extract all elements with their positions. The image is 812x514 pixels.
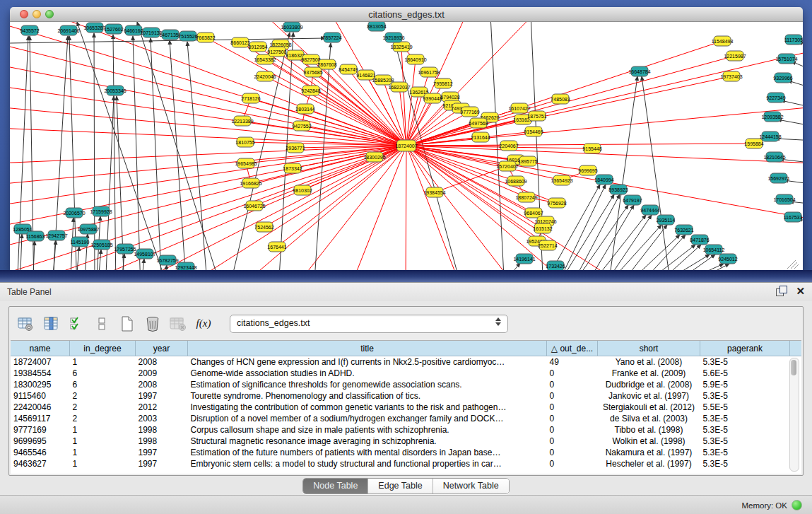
table-row[interactable]: 1938455462009Genome-wide association stu… bbox=[11, 368, 801, 379]
network-node[interactable]: 9435572 bbox=[20, 25, 39, 35]
network-node[interactable]: 1595884 bbox=[744, 139, 763, 148]
network-node[interactable]: 7524562 bbox=[254, 222, 273, 232]
delete-column-icon[interactable] bbox=[169, 315, 187, 333]
network-node[interactable]: 8660123 bbox=[230, 37, 249, 47]
network-node[interactable]: 1810755 bbox=[235, 137, 254, 147]
table-cell[interactable]: Wolkin et al. (1998) bbox=[598, 436, 700, 447]
network-node[interactable]: 17957255 bbox=[114, 244, 136, 254]
network-node[interactable]: 11548498 bbox=[712, 36, 734, 46]
table-cell[interactable]: Disruption of a novel member of a sodium… bbox=[188, 413, 547, 424]
network-node[interactable]: 9390448 bbox=[423, 93, 442, 103]
table-cell[interactable]: Embryonic stem cells: a model to study s… bbox=[188, 458, 547, 469]
table-cell[interactable]: 5.9E-5 bbox=[700, 379, 790, 390]
tab-node-table[interactable]: Node Table bbox=[303, 479, 368, 493]
table-cell[interactable]: 2 bbox=[70, 413, 136, 424]
table-cell[interactable]: 2008 bbox=[136, 356, 188, 368]
network-node[interactable]: 1156863 bbox=[26, 231, 45, 241]
network-node[interactable]: 1615132 bbox=[533, 223, 552, 233]
table-cell[interactable]: 1998 bbox=[136, 424, 188, 436]
network-node[interactable]: 2936771 bbox=[286, 143, 305, 153]
network-node[interactable]: 1676441 bbox=[267, 242, 286, 252]
network-node[interactable]: 18210645 bbox=[763, 152, 785, 162]
tab-network-table[interactable]: Network Table bbox=[433, 479, 509, 493]
network-node[interactable]: 8454749 bbox=[339, 64, 358, 74]
network-node[interactable]: 16033809 bbox=[281, 22, 302, 32]
network-node[interactable]: 10975887 bbox=[77, 224, 99, 234]
table-cell[interactable]: 1997 bbox=[136, 458, 188, 469]
network-node[interactable]: 2935114 bbox=[657, 215, 676, 225]
column-visibility-icon[interactable] bbox=[42, 315, 60, 333]
network-node[interactable]: 7515526 bbox=[178, 31, 197, 41]
network-node[interactable]: 18807249 bbox=[515, 192, 537, 202]
network-node[interactable]: 16822037 bbox=[388, 82, 410, 92]
network-node[interactable]: 9245012 bbox=[718, 254, 737, 264]
table-cell[interactable]: Yano et al. (2008) bbox=[598, 356, 700, 368]
network-node[interactable]: 9756928 bbox=[547, 198, 566, 208]
network-node[interactable]: 9227349 bbox=[766, 93, 785, 103]
column-header-out_de[interactable]: △ out_de... bbox=[547, 341, 598, 356]
network-node[interactable]: 1167533 bbox=[784, 212, 803, 222]
scrollbar-thumb[interactable] bbox=[791, 360, 796, 375]
table-cell[interactable]: 2008 bbox=[136, 379, 188, 390]
select-columns-icon[interactable] bbox=[67, 315, 86, 333]
network-node[interactable]: 8912954 bbox=[248, 42, 267, 52]
column-header-year[interactable]: year bbox=[136, 341, 188, 356]
network-node[interactable]: 9777169 bbox=[460, 107, 479, 117]
table-cell[interactable]: 9115460 bbox=[11, 390, 70, 402]
row-mode-icon[interactable] bbox=[93, 315, 111, 333]
network-view[interactable]: 1872400718300295866012389129541654338222… bbox=[10, 22, 803, 271]
network-node[interactable]: 6479197 bbox=[623, 195, 642, 205]
network-node[interactable]: 1875751 bbox=[527, 111, 546, 121]
network-node[interactable]: 10654112 bbox=[703, 245, 725, 255]
delete-table-icon[interactable] bbox=[143, 315, 162, 333]
table-cell[interactable]: 14569117 bbox=[11, 413, 70, 424]
table-cell[interactable]: 1 bbox=[70, 458, 136, 469]
column-header-title[interactable]: title bbox=[188, 341, 547, 356]
table-cell[interactable]: 9777169 bbox=[11, 424, 70, 436]
table-row[interactable]: 2242004622012Investigating the contribut… bbox=[11, 402, 801, 413]
table-cell[interactable]: 2009 bbox=[136, 368, 188, 379]
table-cell[interactable]: Nakamura et al. (1997) bbox=[598, 447, 700, 458]
network-node[interactable]: 9375685 bbox=[303, 67, 322, 77]
memory-status-indicator[interactable] bbox=[792, 500, 802, 510]
table-cell[interactable]: 5.3E-5 bbox=[700, 424, 790, 436]
network-node[interactable]: 1895775 bbox=[518, 156, 537, 166]
network-node[interactable]: 1840994 bbox=[594, 175, 613, 185]
table-cell[interactable]: 5.5E-5 bbox=[700, 402, 790, 413]
network-node[interactable]: 9699695 bbox=[578, 165, 597, 175]
network-node[interactable]: 18325419 bbox=[390, 42, 412, 52]
table-cell[interactable]: 2003 bbox=[136, 413, 188, 424]
network-node[interactable]: 9810302 bbox=[293, 185, 312, 195]
close-panel-icon[interactable]: ✕ bbox=[796, 286, 805, 296]
table-cell[interactable]: 9465546 bbox=[11, 447, 70, 458]
table-cell[interactable]: Tibbo et al. (1998) bbox=[598, 424, 700, 436]
network-node[interactable]: 9427552 bbox=[292, 121, 311, 131]
network-window-titlebar[interactable]: citations_edges.txt bbox=[10, 7, 803, 22]
column-header-short[interactable]: short bbox=[598, 341, 700, 356]
network-node[interactable]: 18640910 bbox=[404, 54, 426, 64]
network-node[interactable]: 2718126 bbox=[241, 93, 260, 103]
table-row[interactable]: 911546021997Tourette syndrome. Phenomeno… bbox=[11, 390, 801, 402]
table-source-select[interactable]: citations_edges.txt bbox=[230, 315, 508, 333]
table-cell[interactable]: 18724007 bbox=[11, 356, 70, 368]
network-node[interactable]: 8938923 bbox=[608, 185, 628, 194]
network-node[interactable]: 7663822 bbox=[196, 33, 215, 42]
network-node[interactable]: 8813054 bbox=[367, 22, 386, 31]
network-node[interactable]: 10688609 bbox=[505, 176, 526, 186]
network-canvas-svg[interactable]: 1872400718300295866012389129541654338222… bbox=[10, 22, 803, 271]
function-builder-icon[interactable]: f(x) bbox=[194, 315, 213, 333]
table-cell[interactable]: Genome-wide association studies in ADHD. bbox=[188, 368, 547, 379]
network-node[interactable]: 20206570 bbox=[63, 208, 85, 218]
network-node[interactable]: 19218936 bbox=[382, 33, 404, 42]
table-cell[interactable]: 5.3E-5 bbox=[700, 356, 790, 368]
table-cell[interactable]: 0 bbox=[547, 413, 598, 424]
network-node[interactable]: 2204067 bbox=[499, 141, 518, 151]
network-node[interactable]: 9155448 bbox=[582, 144, 601, 153]
network-node[interactable]: 18724007 bbox=[395, 140, 417, 151]
column-header-pagerank[interactable]: pagerank bbox=[700, 341, 790, 356]
table-vertical-scrollbar[interactable] bbox=[789, 358, 799, 472]
table-cell[interactable]: Jankovic et al. (1997) bbox=[598, 390, 700, 402]
network-node[interactable]: 15720407 bbox=[496, 161, 518, 171]
table-cell[interactable]: Tourette syndrome. Phenomenology and cla… bbox=[188, 390, 547, 402]
network-node[interactable]: 10653287 bbox=[83, 23, 105, 33]
